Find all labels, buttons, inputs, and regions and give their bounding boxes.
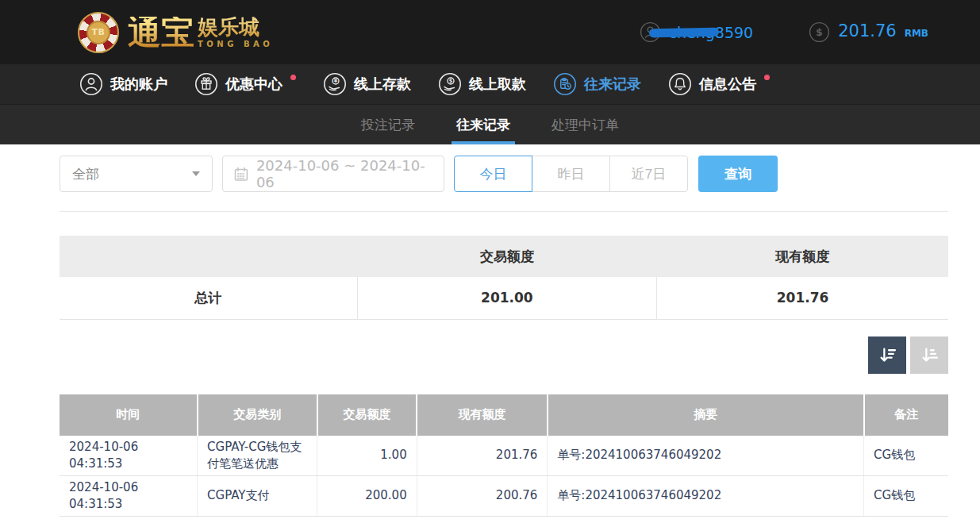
svg-text:¥: ¥ <box>334 78 338 84</box>
svg-text:$: $ <box>449 78 453 84</box>
summary-header-row: 交易额度 现有额度 <box>60 236 948 277</box>
cell-balance: 200.76 <box>417 475 548 516</box>
cell-type: CGPAY-CG钱包支付笔笔送优惠 <box>198 436 317 476</box>
table-row: 2024-10-06 04:31:53 CGPAY-CG钱包支付笔笔送优惠 1.… <box>60 436 948 476</box>
yesterday-button[interactable]: 昨日 <box>532 156 610 192</box>
cell-time: 2024-10-06 04:31:53 <box>60 436 198 476</box>
col-time: 时间 <box>60 394 198 436</box>
sort-ascending-icon <box>920 345 940 365</box>
cell-summary: 单号:202410063746049202 <box>548 475 864 516</box>
tab-transaction-records[interactable]: 往来记录 <box>452 105 515 144</box>
notification-dot <box>764 75 770 80</box>
date-range-input[interactable]: 2024-10-06 ~ 2024-10-06 <box>222 156 444 192</box>
records-table: 时间 交易类别 交易额度 现有额度 摘要 备注 2024-10-06 04:31… <box>60 394 948 517</box>
search-button[interactable]: 查询 <box>698 156 778 192</box>
chip-tb-label: TB <box>86 21 110 44</box>
nav-item-my-account[interactable]: 我的账户 <box>79 72 167 96</box>
header-account-area: cheng8590 $ 201.76 RMB <box>640 21 928 43</box>
cell-time: 2024-10-06 04:31:53 <box>60 475 198 516</box>
summary-total-row: 总计 201.00 201.76 <box>60 277 948 319</box>
sort-descending-button[interactable] <box>868 336 906 374</box>
nav-item-withdraw[interactable]: $ 线上取款 <box>438 72 526 96</box>
summary-trade-total: 201.00 <box>357 277 656 319</box>
sort-descending-icon <box>878 345 897 365</box>
cell-summary: 单号:202410063746049202 <box>548 436 864 476</box>
nav-item-deposit[interactable]: ¥ 线上存款 <box>323 72 411 96</box>
col-summary: 摘要 <box>548 394 864 436</box>
cell-amount: 1.00 <box>317 436 417 476</box>
last7days-button[interactable]: 近7日 <box>609 156 688 192</box>
site-logo: TB 通宝 娱乐城 TONG BAO <box>78 12 273 53</box>
main-nav: 我的账户 优惠中心 ¥ 线上存款 $ 线上取款 <box>0 64 980 105</box>
balance[interactable]: $ 201.76 RMB <box>809 21 928 43</box>
nav-label: 线上取款 <box>469 75 526 94</box>
gift-icon <box>194 72 218 96</box>
balance-amount: 201.76 <box>838 21 896 40</box>
nav-label: 信息公告 <box>699 75 756 94</box>
bell-icon <box>668 72 692 96</box>
nav-label: 优惠中心 <box>225 75 282 94</box>
nav-label: 我的账户 <box>110 75 167 94</box>
tab-bet-records[interactable]: 投注记录 <box>356 105 420 144</box>
records-header-row: 时间 交易类别 交易额度 现有额度 摘要 备注 <box>60 394 948 436</box>
deposit-icon: ¥ <box>323 72 347 96</box>
withdraw-icon: $ <box>438 72 462 96</box>
logo-title-main: 通宝 <box>128 17 194 48</box>
cell-amount: 200.00 <box>317 475 417 516</box>
logo-title-sub: 娱乐城 <box>198 17 273 37</box>
redaction-bar <box>648 27 718 37</box>
type-select[interactable]: 全部 <box>60 156 213 192</box>
section-divider <box>60 211 948 212</box>
type-select-value: 全部 <box>72 165 99 183</box>
tab-pending-orders[interactable]: 处理中订单 <box>547 105 624 144</box>
nav-item-announcements[interactable]: 信息公告 <box>668 72 770 96</box>
top-header: TB 通宝 娱乐城 TONG BAO cheng8590 $ 201.76 RM <box>0 0 980 64</box>
logo-title-en: TONG BAO <box>198 40 273 48</box>
cell-note: CG钱包 <box>864 475 948 516</box>
date-range-value: 2024-10-06 ~ 2024-10-06 <box>256 157 433 190</box>
sub-tabs: 投注记录 往来记录 处理中订单 <box>0 105 980 144</box>
content-area: 全部 2024-10-06 ~ 2024-10-06 今日 昨日 近7日 查询 <box>0 144 980 517</box>
summary-header-trade: 交易额度 <box>357 236 656 277</box>
summary-total-label: 总计 <box>60 277 357 319</box>
nav-item-transactions[interactable]: 往来记录 <box>553 72 641 96</box>
summary-table: 交易额度 现有额度 总计 201.00 201.76 <box>60 236 948 320</box>
sort-ascending-button[interactable] <box>910 336 948 374</box>
summary-header-empty <box>60 236 357 277</box>
col-note: 备注 <box>864 394 948 436</box>
col-balance: 现有额度 <box>417 394 548 436</box>
user-account[interactable]: cheng8590 <box>640 21 754 43</box>
nav-label: 线上存款 <box>354 75 411 94</box>
account-icon <box>79 72 103 96</box>
poker-chip-icon: TB <box>78 12 119 53</box>
cell-type: CGPAY支付 <box>198 475 317 516</box>
col-type: 交易类别 <box>198 394 317 436</box>
today-button[interactable]: 今日 <box>454 156 532 192</box>
logo-text: 通宝 娱乐城 TONG BAO <box>128 17 273 48</box>
summary-header-balance: 现有额度 <box>657 236 948 277</box>
sort-controls <box>60 336 948 374</box>
balance-currency: RMB <box>905 28 928 39</box>
cell-balance: 201.76 <box>417 436 548 476</box>
notification-dot <box>290 75 296 80</box>
col-amount: 交易额度 <box>317 394 417 436</box>
svg-text:$: $ <box>816 26 823 38</box>
quick-range-group: 今日 昨日 近7日 <box>454 156 688 192</box>
records-icon <box>553 72 577 96</box>
calendar-icon <box>233 166 249 183</box>
currency-icon: $ <box>809 21 830 43</box>
cell-note: CG钱包 <box>864 436 948 476</box>
table-row: 2024-10-06 04:31:53 CGPAY支付 200.00 200.7… <box>60 475 948 516</box>
nav-label: 往来记录 <box>584 75 641 94</box>
chevron-down-icon <box>192 171 200 176</box>
summary-balance-total: 201.76 <box>657 277 948 319</box>
nav-item-promotions[interactable]: 优惠中心 <box>194 72 296 96</box>
filter-bar: 全部 2024-10-06 ~ 2024-10-06 今日 昨日 近7日 查询 <box>60 156 948 192</box>
